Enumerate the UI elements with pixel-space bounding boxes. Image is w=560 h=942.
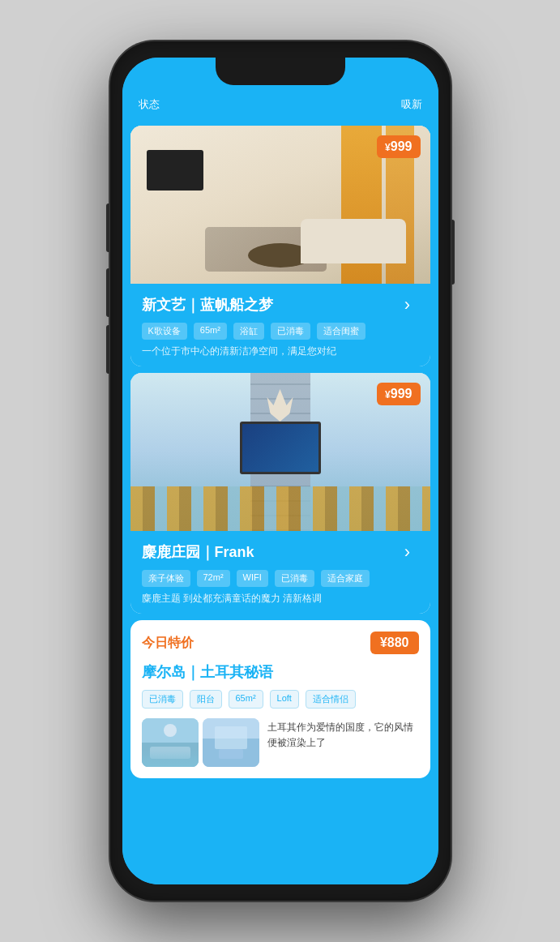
sofa bbox=[301, 219, 406, 263]
card-2-title: 麋鹿庄园｜Frank bbox=[142, 542, 254, 562]
svg-point-2 bbox=[164, 724, 177, 737]
special-offer-card[interactable]: 今日特价 ¥880 摩尔岛｜土耳其秘语 已消毒 阳台 65m² Loft 适合情… bbox=[130, 620, 430, 778]
svg-rect-6 bbox=[215, 726, 247, 749]
special-tag-area: 65m² bbox=[229, 690, 263, 709]
svg-rect-7 bbox=[219, 749, 243, 759]
tag-family: 适合家庭 bbox=[321, 570, 370, 587]
svg-rect-3 bbox=[150, 747, 190, 759]
special-images bbox=[142, 718, 259, 767]
special-tag-sanitized: 已消毒 bbox=[142, 690, 183, 709]
tag-sanitized-1: 已消毒 bbox=[271, 323, 310, 340]
tv bbox=[147, 150, 203, 191]
card-1-info: 新文艺｜蓝帆船之梦 › K歌设备 65m² 浴缸 已消毒 适合闺蜜 一个位于市中… bbox=[130, 284, 430, 366]
card-2-desc: 麋鹿主题 到处都充满童话的魔力 清新格调 bbox=[142, 592, 419, 606]
special-header: 今日特价 ¥880 bbox=[142, 632, 419, 654]
special-bottom: 土耳其作为爱情的国度，它的风情便被渲染上了 bbox=[142, 718, 419, 767]
special-mini-img-1 bbox=[142, 718, 199, 767]
price-badge-2: ¥999 bbox=[377, 383, 420, 405]
svg-rect-1 bbox=[142, 743, 199, 767]
tag-area-1: 65m² bbox=[194, 323, 227, 340]
special-price: ¥880 bbox=[370, 632, 419, 654]
card-2-title-row: 麋鹿庄园｜Frank › bbox=[142, 541, 419, 563]
card-1-title-row: 新文艺｜蓝帆船之梦 › bbox=[142, 293, 419, 316]
tag-bathtub: 浴缸 bbox=[233, 323, 264, 340]
tag-friends: 适合闺蜜 bbox=[317, 323, 365, 340]
stripe-floor bbox=[130, 486, 430, 531]
card-2-image: ¥999 bbox=[130, 373, 430, 531]
notch bbox=[216, 58, 345, 85]
special-tags: 已消毒 阳台 65m² Loft 适合情侣 bbox=[142, 690, 419, 709]
status-right: 吸新 bbox=[401, 97, 422, 112]
special-label: 今日特价 bbox=[142, 635, 194, 652]
tag-k-equipment: K歌设备 bbox=[142, 323, 187, 340]
card-2-tags: 亲子体验 72m² WIFI 已消毒 适合家庭 bbox=[142, 570, 419, 587]
special-title: 摩尔岛｜土耳其秘语 bbox=[142, 662, 419, 682]
card-1-title: 新文艺｜蓝帆船之梦 bbox=[142, 295, 273, 315]
card-2-info: 麋鹿庄园｜Frank › 亲子体验 72m² WIFI 已消毒 适合家庭 麋鹿主… bbox=[130, 531, 430, 614]
special-tag-loft: Loft bbox=[270, 690, 299, 709]
listing-card-2[interactable]: ¥999 麋鹿庄园｜Frank › 亲子体验 72m² WIFI 已消毒 适合家… bbox=[130, 373, 430, 614]
price-badge-1: ¥999 bbox=[377, 135, 420, 158]
special-mini-img-2 bbox=[203, 718, 259, 767]
tag-area-2: 72m² bbox=[197, 570, 230, 587]
card-1-image: ¥999 bbox=[130, 126, 430, 284]
status-bar: 状态 吸新 bbox=[122, 90, 438, 119]
special-tag-couple: 适合情侣 bbox=[306, 690, 356, 709]
phone-screen: 状态 吸新 ¥999 bbox=[122, 58, 438, 884]
tag-kids: 亲子体验 bbox=[142, 570, 190, 587]
tv-2 bbox=[240, 422, 321, 474]
card-1-chevron[interactable]: › bbox=[396, 293, 419, 316]
status-left: 状态 bbox=[139, 97, 160, 112]
tag-wifi: WIFI bbox=[237, 570, 268, 587]
special-description: 土耳其作为爱情的国度，它的风情便被渲染上了 bbox=[267, 718, 419, 767]
card-2-chevron[interactable]: › bbox=[396, 541, 419, 563]
phone-frame: 状态 吸新 ¥999 bbox=[110, 41, 451, 901]
tag-sanitized-2: 已消毒 bbox=[275, 570, 314, 587]
special-tag-balcony: 阳台 bbox=[190, 690, 222, 709]
card-1-desc: 一个位于市中心的清新洁净空间，满足您对纪 bbox=[142, 345, 419, 358]
card-1-tags: K歌设备 65m² 浴缸 已消毒 适合闺蜜 bbox=[142, 323, 419, 340]
listing-card-1[interactable]: ¥999 新文艺｜蓝帆船之梦 › K歌设备 65m² 浴缸 已消毒 适合闺蜜 bbox=[130, 126, 430, 366]
screen-content[interactable]: 状态 吸新 ¥999 bbox=[122, 58, 438, 884]
